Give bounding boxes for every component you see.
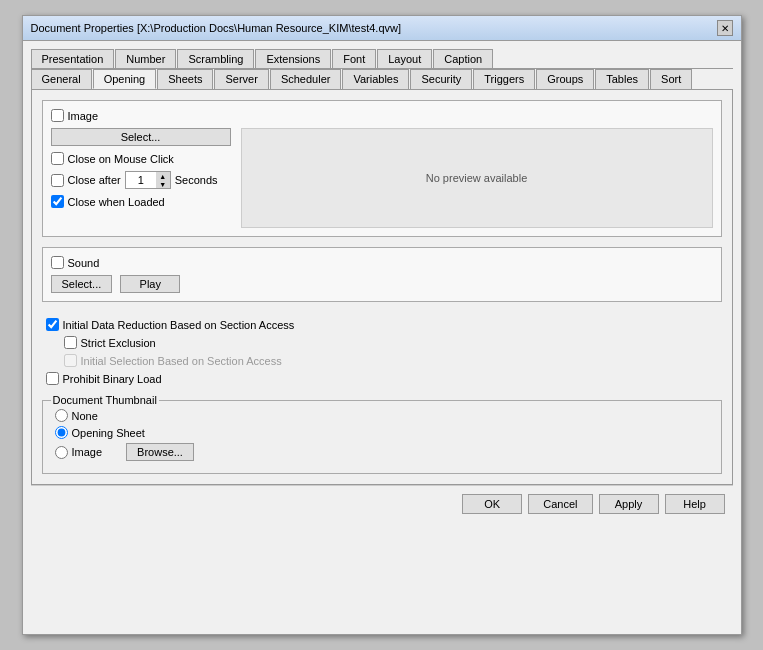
seconds-spinner[interactable] [126,172,156,188]
tab-extensions[interactable]: Extensions [255,49,331,68]
main-window: Document Properties [X:\Production Docs\… [22,15,742,635]
help-button[interactable]: Help [665,494,725,514]
image-group-label: Image [51,109,713,122]
thumbnail-opening-sheet-radio[interactable] [55,426,68,439]
spinner-buttons: ▲ ▼ [156,172,170,188]
tab-tables[interactable]: Tables [595,69,649,89]
tab-number[interactable]: Number [115,49,176,68]
tab-variables[interactable]: Variables [342,69,409,89]
bottom-bar: OK Cancel Apply Help [31,485,733,522]
thumbnail-none-row: None [55,409,709,422]
strict-exclusion-row: Strict Exclusion [46,336,718,349]
opening-panel: Image Select... Close on Mouse Click Clo [32,90,732,484]
initial-selection-checkbox[interactable] [64,354,77,367]
close-after-checkbox[interactable] [51,174,64,187]
apply-button[interactable]: Apply [599,494,659,514]
preview-text: No preview available [426,172,528,184]
ok-button[interactable]: OK [462,494,522,514]
tab-scrambling[interactable]: Scrambling [177,49,254,68]
prohibit-binary-checkbox[interactable] [46,372,59,385]
tab-presentation[interactable]: Presentation [31,49,115,68]
close-on-mouse-click-label: Close on Mouse Click [68,153,174,165]
thumbnail-none-radio[interactable] [55,409,68,422]
close-after-label: Close after [68,174,121,186]
strict-exclusion-checkbox[interactable] [64,336,77,349]
strict-exclusion-label: Strict Exclusion [81,337,156,349]
tab-layout[interactable]: Layout [377,49,432,68]
sound-label: Sound [68,257,100,269]
sound-checkbox[interactable] [51,256,64,269]
window-title: Document Properties [X:\Production Docs\… [31,22,402,34]
thumbnail-group: Document Thumbnail None Opening Sheet Im… [42,400,722,474]
image-controls: Select... Close on Mouse Click Close aft… [51,128,231,228]
tab-sheets[interactable]: Sheets [157,69,213,89]
browse-button[interactable]: Browse... [126,443,194,461]
initial-selection-label: Initial Selection Based on Section Acces… [81,355,282,367]
tab-panel: Image Select... Close on Mouse Click Clo [31,90,733,485]
content-area: Presentation Number Scrambling Extension… [23,41,741,634]
initial-selection-row: Initial Selection Based on Section Acces… [46,354,718,367]
initial-data-reduction-row: Initial Data Reduction Based on Section … [46,318,718,331]
image-checkbox[interactable] [51,109,64,122]
play-button[interactable]: Play [120,275,180,293]
thumbnail-none-label: None [72,410,98,422]
initial-data-reduction-label: Initial Data Reduction Based on Section … [63,319,295,331]
spinner-up-button[interactable]: ▲ [156,172,170,180]
tab-row-2: General Opening Sheets Server Scheduler … [31,69,733,90]
tab-groups[interactable]: Groups [536,69,594,89]
close-after-row: Close after ▲ ▼ Seconds [51,171,231,189]
tab-server[interactable]: Server [214,69,268,89]
sound-section: Sound Select... Play [42,247,722,302]
close-when-loaded-checkbox[interactable] [51,195,64,208]
close-on-mouse-click-checkbox[interactable] [51,152,64,165]
tab-opening[interactable]: Opening [93,69,157,89]
image-select-button[interactable]: Select... [51,128,231,146]
close-on-mouse-click-row: Close on Mouse Click [51,152,231,165]
spinner-group: ▲ ▼ [125,171,171,189]
thumbnail-image-label: Image [72,446,103,458]
tab-row-1: Presentation Number Scrambling Extension… [31,49,733,69]
thumbnail-opening-sheet-row: Opening Sheet [55,426,709,439]
options-section: Initial Data Reduction Based on Section … [42,312,722,396]
tab-sort[interactable]: Sort [650,69,692,89]
close-when-loaded-label: Close when Loaded [68,196,165,208]
image-label: Image [68,110,99,122]
seconds-label: Seconds [175,174,218,186]
thumbnail-title: Document Thumbnail [51,394,159,406]
sound-group-label: Sound [51,256,713,269]
initial-data-reduction-checkbox[interactable] [46,318,59,331]
thumbnail-image-radio[interactable] [55,446,68,459]
close-button[interactable]: ✕ [717,20,733,36]
prohibit-binary-label: Prohibit Binary Load [63,373,162,385]
thumbnail-image-row: Image Browse... [55,443,709,461]
tab-scheduler[interactable]: Scheduler [270,69,342,89]
preview-box: No preview available [241,128,713,228]
spinner-down-button[interactable]: ▼ [156,180,170,188]
image-section: Image Select... Close on Mouse Click Clo [42,100,722,237]
tab-security[interactable]: Security [410,69,472,89]
close-when-loaded-row: Close when Loaded [51,195,231,208]
sound-section-inner: Select... Play [51,275,713,293]
image-section-inner: Select... Close on Mouse Click Close aft… [51,128,713,228]
cancel-button[interactable]: Cancel [528,494,592,514]
tab-general[interactable]: General [31,69,92,89]
prohibit-binary-row: Prohibit Binary Load [46,372,718,385]
tab-font[interactable]: Font [332,49,376,68]
tab-caption[interactable]: Caption [433,49,493,68]
title-bar: Document Properties [X:\Production Docs\… [23,16,741,41]
tab-triggers[interactable]: Triggers [473,69,535,89]
sound-select-button[interactable]: Select... [51,275,113,293]
thumbnail-opening-sheet-label: Opening Sheet [72,427,145,439]
